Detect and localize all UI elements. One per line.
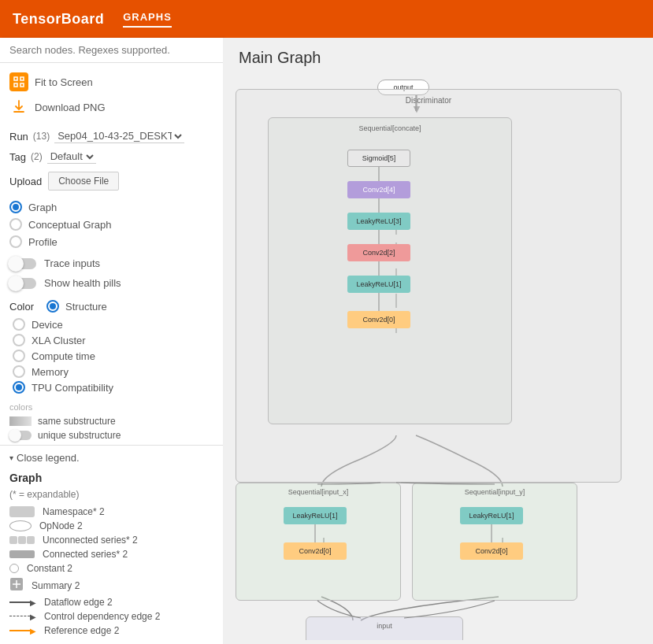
conv2d0-node[interactable]: Conv2d[0] — [347, 311, 410, 328]
tab-graphs[interactable]: GRAPHS — [123, 11, 172, 28]
graph-type-group: Graph Conceptual Graph Profile — [0, 195, 223, 254]
radio-profile[interactable]: Profile — [9, 233, 213, 250]
reference-shape: ▶ — [9, 627, 36, 635]
fit-to-screen-button[interactable]: Fit to Screen — [9, 69, 213, 94]
leakyrelu3-node[interactable]: LeakyReLU[3] — [347, 213, 410, 230]
toolbar-section: Fit to Screen Download PNG — [0, 63, 223, 126]
legend-reference: ▶ Reference edge 2 — [9, 624, 213, 638]
same-swatch — [9, 416, 32, 426]
legend-connected: Connected series* 2 — [9, 547, 213, 561]
app-logo: TensorBoard — [13, 11, 104, 28]
connected-label: Connected series* 2 — [43, 549, 128, 560]
unconnected-label: Unconnected series* 2 — [43, 535, 138, 546]
legend-control: ▶ Control dependency edge 2 — [9, 609, 213, 624]
tag-row: Tag (2) Default — [0, 146, 223, 167]
legend-unconnected: Unconnected series* 2 — [9, 533, 213, 547]
main-graph-title: Main Graph — [223, 38, 653, 73]
fit-to-screen-label: Fit to Screen — [35, 76, 93, 88]
color-section-label: Color — [9, 301, 34, 313]
radio-device-circle — [13, 318, 25, 331]
unique-substructure-label: unique substructure — [38, 430, 121, 441]
graph-container[interactable]: output Discriminator Sequential[concate]… — [223, 73, 653, 640]
legend-toggle-button[interactable]: ▾ Close legend. — [9, 452, 213, 468]
dataflow-label: Dataflow edge 2 — [44, 597, 113, 608]
control-label: Control dependency edge 2 — [44, 611, 160, 622]
radio-profile-label: Profile — [28, 236, 58, 248]
chevron-down-icon: ▾ — [9, 453, 13, 462]
radio-xla-label: XLA Cluster — [32, 335, 86, 346]
sequential-concat-label: Sequential[concate] — [358, 124, 421, 132]
show-health-pills-label: Show health pills — [44, 277, 121, 289]
radio-graph-circle — [9, 201, 22, 213]
color-xla[interactable]: XLA Cluster — [13, 332, 213, 348]
run-select[interactable]: Sep04_10-43-25_DESKTOP-R75 — [54, 129, 184, 143]
input-group: input node1 node2 — [306, 616, 463, 640]
tag-label: Tag — [9, 151, 26, 163]
download-png-button[interactable]: Download PNG — [9, 94, 213, 120]
upload-row: Upload Choose File — [0, 167, 223, 195]
conv2d4-node[interactable]: Conv2d[4] — [347, 181, 410, 198]
tag-count: (2) — [31, 151, 43, 162]
run-label: Run — [9, 131, 28, 142]
namespace-label: Namespace* 2 — [43, 506, 105, 517]
sigmoid5-node[interactable]: Sigmoid[5] — [347, 150, 410, 167]
control-shape: ▶ — [9, 613, 36, 621]
search-input[interactable] — [9, 44, 213, 56]
color-device[interactable]: Device — [13, 316, 213, 332]
search-bar — [0, 38, 223, 63]
discriminator-group: Discriminator Sequential[concate] Sigmoi… — [236, 89, 621, 483]
radio-memory-circle — [13, 365, 25, 378]
show-health-pills-toggle[interactable] — [9, 278, 36, 289]
download-png-label: Download PNG — [35, 102, 106, 113]
radio-profile-circle — [9, 235, 22, 248]
color-memory[interactable]: Memory — [13, 364, 213, 379]
conv2d0-x-node[interactable]: Conv2d[0] — [284, 542, 347, 560]
show-health-pills-knob — [8, 276, 24, 291]
conv2d0-y-node[interactable]: Conv2d[0] — [460, 542, 523, 560]
svg-rect-1 — [20, 77, 24, 80]
radio-structure-circle — [46, 300, 59, 313]
show-health-pills-row: Show health pills — [0, 273, 223, 293]
trace-inputs-toggle[interactable] — [9, 258, 36, 269]
legend-subtitle: (* = expandable) — [9, 487, 213, 505]
reference-label: Reference edge 2 — [44, 625, 119, 636]
radio-structure-label: Structure — [65, 301, 107, 313]
leakyrelu1-node[interactable]: LeakyReLU[1] — [347, 276, 410, 293]
download-icon — [9, 98, 28, 117]
fit-screen-icon — [9, 72, 28, 91]
legend-namespace: Namespace* 2 — [9, 505, 213, 519]
legend-dataflow: ▶ Dataflow edge 2 — [9, 595, 213, 609]
radio-graph[interactable]: Graph — [9, 198, 213, 216]
colors-row: colors same substructure unique substruc… — [0, 398, 223, 444]
radio-xla-circle — [13, 334, 25, 346]
same-substructure-label: same substructure — [38, 416, 116, 427]
colors-swatches: same substructure — [9, 416, 213, 427]
radio-structure[interactable]: Structure — [46, 298, 107, 315]
conv2d2-node[interactable]: Conv2d[2] — [347, 244, 410, 261]
opnode-label: OpNode 2 — [39, 520, 83, 531]
trace-inputs-row: Trace inputs — [0, 254, 223, 273]
unique-toggle[interactable] — [9, 431, 32, 440]
legend-constant: Constant 2 — [9, 561, 213, 576]
choose-file-button[interactable]: Choose File — [48, 172, 119, 191]
leakyrelu1-y-node[interactable]: LeakyReLU[1] — [460, 507, 523, 524]
radio-conceptual[interactable]: Conceptual Graph — [9, 216, 213, 233]
color-tpu[interactable]: TPU Compatibility — [13, 379, 213, 395]
run-count: (13) — [33, 131, 50, 142]
legend-title: Graph — [9, 468, 213, 487]
legend-opnode: OpNode 2 — [9, 519, 213, 533]
summary-label: Summary 2 — [32, 580, 80, 591]
color-compute[interactable]: Compute time — [13, 348, 213, 364]
input-y-group: Sequential[input_y] LeakyReLU[1] Conv2d[… — [412, 483, 577, 601]
input-label: input — [377, 622, 392, 630]
unique-swatches: unique substructure — [9, 430, 213, 441]
color-options: Device XLA Cluster Compute time Memory T… — [9, 316, 213, 395]
input-y-label: Sequential[input_y] — [465, 488, 525, 496]
svg-rect-3 — [20, 83, 24, 87]
legend-summary: Summary 2 — [9, 576, 213, 595]
input-x-group: Sequential[input_x] LeakyReLU[1] Conv2d[… — [236, 483, 401, 601]
connected-shape — [9, 550, 35, 558]
radio-device-label: Device — [32, 319, 63, 331]
tag-select[interactable]: Default — [47, 150, 96, 164]
leakyrelu1-x-node[interactable]: LeakyReLU[1] — [284, 507, 347, 524]
